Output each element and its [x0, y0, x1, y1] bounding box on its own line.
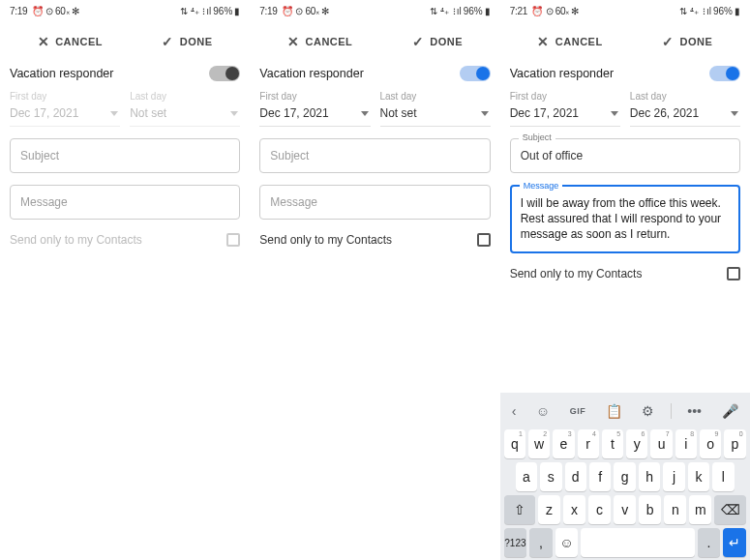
check-icon: ✓ [162, 34, 174, 49]
cancel-button[interactable]: ✕CANCEL [287, 34, 352, 49]
key-backspace[interactable]: ⌫ [714, 495, 745, 524]
kb-clipboard-icon[interactable]: 📋 [602, 401, 626, 421]
check-icon: ✓ [412, 34, 425, 49]
kb-mic-icon[interactable]: 🎤 [718, 401, 742, 421]
kb-gif-button[interactable]: GIF [566, 404, 590, 418]
send-only-checkbox[interactable] [477, 233, 491, 247]
top-bar: ✕CANCEL ✓DONE [500, 21, 750, 62]
key-h[interactable]: h [639, 462, 660, 491]
responder-toggle[interactable] [460, 66, 491, 81]
key-f[interactable]: f [589, 462, 611, 491]
send-only-label: Send only to my Contacts [259, 233, 392, 247]
key-emoji[interactable]: ☺ [555, 528, 579, 557]
kb-more-icon[interactable]: ••• [683, 401, 705, 421]
responder-toggle[interactable] [209, 66, 240, 81]
done-button[interactable]: ✓DONE [162, 34, 212, 49]
first-day-dropdown[interactable]: Dec 17, 2021 [10, 103, 120, 127]
key-m[interactable]: m [689, 495, 711, 524]
key-n[interactable]: n [664, 495, 686, 524]
key-d[interactable]: d [565, 462, 586, 491]
key-shift[interactable]: ⇧ [504, 495, 535, 524]
kb-sticker-icon[interactable]: ☺ [532, 401, 554, 421]
kb-back-icon[interactable]: ‹ [508, 401, 521, 421]
last-day-dropdown[interactable]: Dec 26, 2021 [630, 103, 740, 127]
key-v[interactable]: v [614, 495, 636, 524]
key-t[interactable]: t5 [602, 429, 623, 458]
key-l[interactable]: l [712, 462, 734, 491]
key-x[interactable]: x [563, 495, 585, 524]
subject-input[interactable]: Subject [259, 138, 490, 173]
message-float-label: Message [520, 180, 563, 192]
screen-1: 7:19 ⏰ ⊙ 60ₓ ✻ ⇅ ⁴₊ ⫶ıl96%▮ ✕CANCEL ✓DON… [0, 0, 250, 560]
chevron-down-icon [230, 111, 238, 116]
page-title: Vacation responder [510, 67, 614, 80]
send-only-label: Send only to my Contacts [10, 233, 142, 247]
soft-keyboard: ‹ ☺ GIF 📋 ⚙ ••• 🎤 q1w2e3r4t5y6u7i8o9p0 a… [500, 393, 750, 560]
send-only-label: Send only to my Contacts [510, 267, 643, 280]
key-g[interactable]: g [614, 462, 635, 491]
close-icon: ✕ [287, 34, 300, 49]
done-button[interactable]: ✓DONE [412, 34, 463, 49]
chevron-down-icon [481, 111, 489, 116]
first-day-label: First day [259, 91, 370, 102]
chevron-down-icon [361, 111, 369, 116]
key-p[interactable]: p0 [724, 429, 745, 458]
page-title: Vacation responder [259, 67, 363, 80]
kb-settings-icon[interactable]: ⚙ [638, 401, 658, 421]
message-input[interactable]: Message [10, 185, 240, 220]
last-day-label: Last day [630, 91, 740, 102]
subject-float-label: Subject [519, 133, 555, 142]
key-y[interactable]: y6 [626, 429, 647, 458]
status-bar: 7:21 ⏰ ⊙ 60ₓ ✻ ⇅ ⁴₊ ⫶ıl96%▮ [500, 0, 750, 21]
cancel-button[interactable]: ✕CANCEL [537, 34, 602, 49]
key-q[interactable]: q1 [504, 429, 525, 458]
chevron-down-icon [110, 111, 118, 116]
top-bar: ✕CANCEL ✓DONE [0, 21, 250, 62]
status-bar: 7:19 ⏰ ⊙ 60ₓ ✻ ⇅ ⁴₊ ⫶ıl96%▮ [250, 0, 499, 21]
first-day-dropdown[interactable]: Dec 17, 2021 [510, 103, 620, 127]
key-b[interactable]: b [639, 495, 661, 524]
page-title: Vacation responder [10, 67, 113, 80]
send-only-checkbox[interactable] [727, 267, 740, 280]
key-e[interactable]: e3 [553, 429, 574, 458]
key-u[interactable]: u7 [650, 429, 672, 458]
key-i[interactable]: i8 [675, 429, 697, 458]
separator [671, 403, 672, 419]
done-button[interactable]: ✓DONE [662, 34, 712, 49]
key-w[interactable]: w2 [528, 429, 550, 458]
key-symbols[interactable]: ?123 [504, 528, 527, 557]
responder-toggle[interactable] [709, 66, 740, 81]
cancel-button[interactable]: ✕CANCEL [38, 34, 103, 49]
message-input[interactable]: Message [259, 185, 490, 220]
key-r[interactable]: r4 [578, 429, 599, 458]
key-j[interactable]: j [663, 462, 684, 491]
last-day-label: Last day [380, 91, 491, 102]
close-icon: ✕ [537, 34, 550, 49]
key-space[interactable] [581, 528, 695, 557]
first-day-label: First day [510, 91, 620, 102]
chevron-down-icon [611, 111, 618, 116]
message-input[interactable]: Message I will be away from the office t… [510, 185, 740, 253]
send-only-checkbox[interactable] [226, 233, 240, 247]
key-s[interactable]: s [540, 462, 561, 491]
first-day-dropdown[interactable]: Dec 17, 2021 [259, 103, 370, 127]
subject-input[interactable]: Subject [10, 138, 240, 173]
key-comma[interactable]: , [529, 528, 553, 557]
subject-input[interactable]: Subject Out of office [510, 138, 740, 173]
last-day-label: Last day [130, 91, 240, 102]
last-day-dropdown[interactable]: Not set [130, 103, 240, 127]
key-c[interactable]: c [588, 495, 611, 524]
key-enter[interactable]: ↵ [723, 528, 746, 557]
first-day-label: First day [10, 91, 120, 102]
last-day-dropdown[interactable]: Not set [380, 103, 491, 127]
key-period[interactable]: . [698, 528, 721, 557]
key-z[interactable]: z [538, 495, 560, 524]
close-icon: ✕ [38, 34, 50, 49]
key-o[interactable]: o9 [700, 429, 721, 458]
top-bar: ✕CANCEL ✓DONE [250, 21, 499, 62]
key-k[interactable]: k [688, 462, 709, 491]
key-a[interactable]: a [516, 462, 537, 491]
status-bar: 7:19 ⏰ ⊙ 60ₓ ✻ ⇅ ⁴₊ ⫶ıl96%▮ [0, 0, 250, 21]
screen-3: 7:21 ⏰ ⊙ 60ₓ ✻ ⇅ ⁴₊ ⫶ıl96%▮ ✕CANCEL ✓DON… [500, 0, 750, 560]
chevron-down-icon [731, 111, 738, 116]
